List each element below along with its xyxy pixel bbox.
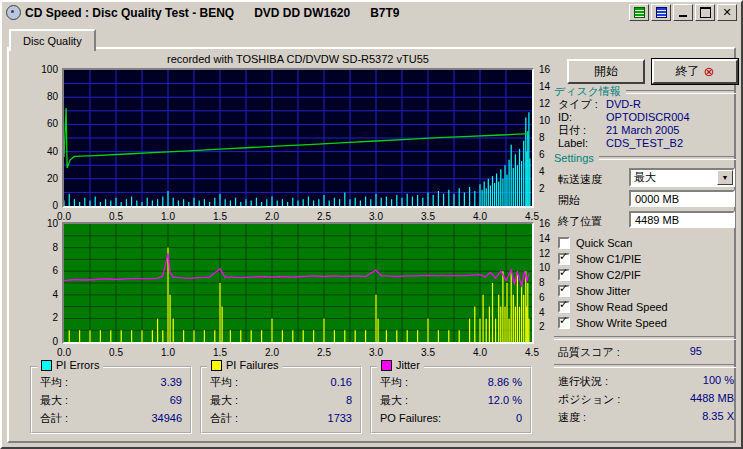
axis-tick-label: 2.0 [258, 211, 286, 222]
axis-tick-label: 3.0 [362, 347, 390, 358]
axis-tick-label: 40 [30, 146, 58, 157]
axis-tick-label: 3.0 [362, 211, 390, 222]
axis-tick-label: 60 [30, 118, 58, 129]
axis-tick-label: 4.0 [466, 347, 494, 358]
app-window: CD Speed : Disc Quality Test - BENQ DVD … [0, 0, 743, 449]
axis-tick-label: 2.0 [258, 347, 286, 358]
axis-tick-label: 0 [30, 200, 58, 211]
axis-tick-label: 4 [539, 307, 559, 318]
axis-tick-label: 8 [539, 277, 559, 288]
axis-tick-label: 2 [30, 312, 58, 323]
axis-tick-label: 100 [30, 64, 58, 75]
axis-tick-label: 0.5 [102, 211, 130, 222]
axis-tick-label: 2.5 [310, 347, 338, 358]
axis-tick-label: 1.0 [154, 347, 182, 358]
axis-tick-label: 80 [30, 91, 58, 102]
axis-tick-label: 4.5 [518, 347, 546, 358]
tab-disc-quality[interactable]: Disc Quality [9, 29, 96, 51]
axis-tick-label: 10 [539, 262, 559, 273]
axis-tick-label: 3.5 [414, 211, 442, 222]
axis-tick-label: 14 [539, 81, 559, 92]
axis-tick-label: 8 [539, 132, 559, 143]
axis-tick-label: 10 [539, 115, 559, 126]
axis-tick-label: 8 [30, 242, 58, 253]
axis-tick-label: 20 [30, 173, 58, 184]
axis-tick-label: 3.5 [414, 347, 442, 358]
axis-tick-label: 4 [30, 289, 58, 300]
axis-tick-label: 1.5 [206, 211, 234, 222]
axis-tick-label: 14 [539, 233, 559, 244]
axis-tick-label: 2 [539, 321, 559, 332]
axis-tick-label: 2 [539, 183, 559, 194]
axis-tick-label: 0 [30, 336, 58, 347]
axis-tick-label: 16 [539, 64, 559, 75]
axis-tick-label: 4.0 [466, 211, 494, 222]
axis-tick-label: 2.5 [310, 211, 338, 222]
axis-tick-label: 1.5 [206, 347, 234, 358]
axis-tick-label: 12 [539, 98, 559, 109]
axis-tick-label: 6 [30, 265, 58, 276]
axis-tick-label: 0.0 [50, 347, 78, 358]
tab-label: Disc Quality [23, 35, 82, 47]
axis-tick-label: 16 [539, 218, 559, 229]
axis-tick-label: 10 [30, 218, 58, 229]
axis-tick-label: 4 [539, 166, 559, 177]
axis-labels-layer: 1008060402001614121086420.00.51.01.52.02… [2, 2, 741, 447]
axis-tick-label: 12 [539, 248, 559, 259]
axis-tick-label: 1.0 [154, 211, 182, 222]
axis-tick-label: 0.5 [102, 347, 130, 358]
axis-tick-label: 6 [539, 292, 559, 303]
axis-tick-label: 6 [539, 149, 559, 160]
